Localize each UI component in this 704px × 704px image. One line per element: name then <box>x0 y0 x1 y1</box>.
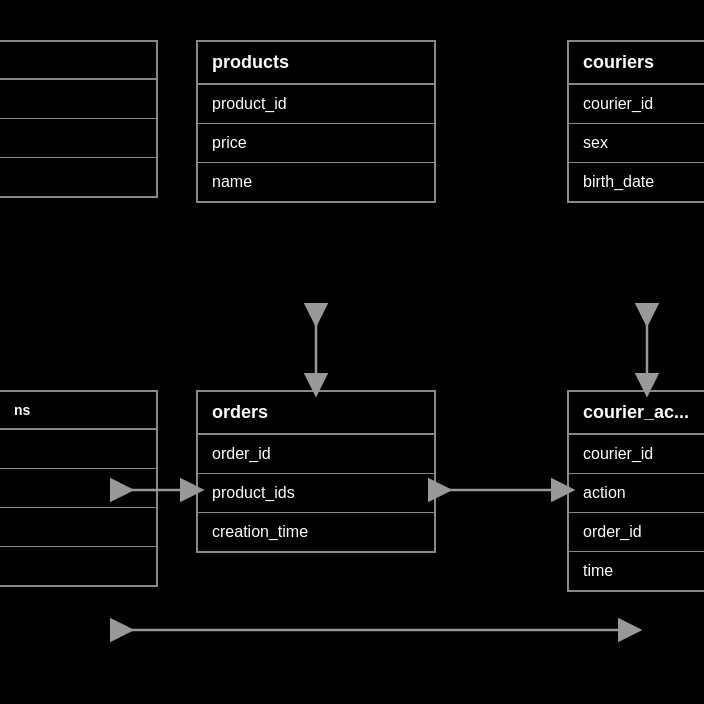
couriers-field-1: sex <box>569 124 704 163</box>
partial-bottom-left-table: ns <box>0 390 158 587</box>
products-field-2: name <box>198 163 434 201</box>
courier-actions-table: courier_ac... courier_id action order_id… <box>567 390 704 592</box>
orders-field-0: order_id <box>198 435 434 474</box>
partial-bottom-left-field-2 <box>0 508 156 547</box>
partial-bottom-left-field-0 <box>0 430 156 469</box>
products-table: products product_id price name <box>196 40 436 203</box>
couriers-table-header: couriers <box>569 42 704 85</box>
partial-bottom-left-field-1 <box>0 469 156 508</box>
orders-table: orders order_id product_ids creation_tim… <box>196 390 436 553</box>
partial-top-left-field-0 <box>0 80 156 119</box>
courier-actions-table-header: courier_ac... <box>569 392 704 435</box>
orders-field-2: creation_time <box>198 513 434 551</box>
products-field-1: price <box>198 124 434 163</box>
partial-bottom-left-header: ns <box>0 392 156 430</box>
partial-top-left-field-2 <box>0 158 156 196</box>
couriers-field-2: birth_date <box>569 163 704 201</box>
couriers-table: couriers courier_id sex birth_date <box>567 40 704 203</box>
products-field-0: product_id <box>198 85 434 124</box>
products-table-header: products <box>198 42 434 85</box>
partial-top-left-field-1 <box>0 119 156 158</box>
courier-actions-field-1: action <box>569 474 704 513</box>
courier-actions-field-3: time <box>569 552 704 590</box>
partial-bottom-left-field-3 <box>0 547 156 585</box>
courier-actions-field-2: order_id <box>569 513 704 552</box>
partial-top-left-table <box>0 40 158 198</box>
orders-field-1: product_ids <box>198 474 434 513</box>
courier-actions-field-0: courier_id <box>569 435 704 474</box>
orders-table-header: orders <box>198 392 434 435</box>
partial-top-left-header <box>0 42 156 80</box>
couriers-field-0: courier_id <box>569 85 704 124</box>
